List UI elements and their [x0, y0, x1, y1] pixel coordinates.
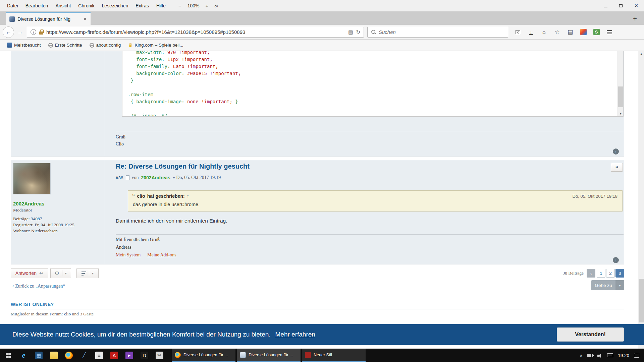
edge-icon[interactable]: e	[16, 349, 31, 362]
post-title-link[interactable]: Re: Diverse Lösungen für Nightly gesucht	[116, 163, 250, 170]
search-input[interactable]	[379, 29, 504, 35]
bookmark-item-1[interactable]: Erste Schritte	[45, 42, 85, 49]
post-number-link[interactable]: #38	[116, 175, 123, 180]
restore-button[interactable]	[613, 0, 629, 11]
acrobat-icon[interactable]: A	[107, 349, 122, 362]
taskbar-window[interactable]: Diverse Lösungen für ...	[237, 349, 301, 362]
page-button-3[interactable]: 3	[615, 269, 624, 278]
downloads-button[interactable]: ↓	[526, 27, 536, 37]
site-info-icon[interactable]: i	[31, 29, 36, 35]
back-to-top-button[interactable]: ↑	[613, 257, 619, 263]
up-arrow-icon: ↑	[615, 258, 617, 262]
profile-username[interactable]: 2002Andreas	[13, 201, 44, 206]
bookmark-label: Erste Schritte	[55, 43, 82, 48]
bookmark-label: King.com – Spiele beli...	[135, 43, 183, 48]
d-app-icon[interactable]: D	[137, 349, 152, 362]
menu-ansicht[interactable]: Ansicht	[52, 3, 74, 8]
taskbar-clock[interactable]: 19:20	[618, 353, 629, 358]
zoom-out-button[interactable]: −	[177, 3, 182, 9]
reply-label: Antworten	[15, 270, 37, 276]
notepad-icon[interactable]: ≡	[92, 349, 107, 362]
url-text[interactable]: https://www.camp-firefox.de/forum/viewto…	[46, 29, 345, 35]
posts-count-link[interactable]: 34087	[31, 216, 42, 221]
main-menu-button[interactable]	[604, 27, 614, 37]
keyboard-icon[interactable]	[607, 353, 613, 357]
page-button-2[interactable]: 2	[606, 269, 615, 278]
zoom-in-button[interactable]: +	[204, 3, 209, 9]
zoom-level[interactable]: 100%	[187, 3, 200, 8]
firefox-icon[interactable]	[61, 349, 76, 362]
topic-tools-button[interactable]: ⚙ ▾	[50, 268, 71, 278]
action-center-icon[interactable]	[634, 353, 639, 358]
back-icon: ←	[5, 28, 11, 36]
tab-diverse-loesungen[interactable]: Diverse Lösungen für Nig ×	[6, 12, 91, 25]
glasses-icon[interactable]: ∞	[214, 3, 218, 9]
my-addons-link[interactable]: Meine Add-ons	[147, 252, 176, 258]
menu-lesezeichen[interactable]: Lesezeichen	[98, 3, 132, 8]
code-scrollbar[interactable]: ▼	[618, 51, 623, 116]
star-icon: ☆	[554, 28, 559, 36]
new-tab-button[interactable]: +	[629, 13, 641, 25]
screenshot-button[interactable]	[513, 27, 523, 37]
library-button[interactable]: ▤	[565, 27, 575, 37]
jump-to-button[interactable]: Gehe zu ▾	[591, 280, 624, 290]
reply-button[interactable]: Antworten ↩	[11, 268, 48, 278]
media-player-icon[interactable]: ▸	[122, 349, 137, 362]
scroll-down-icon[interactable]: ▼	[618, 111, 624, 116]
author-link[interactable]: 2002Andreas	[141, 175, 170, 180]
page-scrollbar[interactable]: ▲	[638, 51, 644, 349]
volume-icon[interactable]	[597, 353, 602, 358]
extension-button[interactable]	[578, 27, 588, 37]
tab-close-icon[interactable]: ×	[83, 16, 87, 22]
home-button[interactable]: ⌂	[539, 27, 549, 37]
accept-cookies-button[interactable]: Verstanden!	[557, 327, 624, 342]
snipping-tool-icon[interactable]: ✂	[152, 349, 167, 362]
signature-line: Andreas	[116, 245, 131, 250]
close-window-button[interactable]: ×	[629, 0, 644, 11]
back-to-forum-link[interactable]: ‹ Zurück zu „Anpassungen“	[12, 284, 65, 289]
cookie-banner: Diese Website nutzt Cookies, um dir den …	[0, 324, 644, 345]
learn-more-link[interactable]: Mehr erfahren	[275, 331, 315, 338]
start-button[interactable]	[0, 349, 16, 362]
code-line: max-width: 970 !important;	[128, 51, 614, 56]
back-to-top-button[interactable]: ↑	[613, 148, 619, 155]
tab-bar: Diverse Lösungen für Nig × +	[0, 11, 644, 25]
menu-extras[interactable]: Extras	[132, 3, 153, 8]
code-scrollbar-thumb[interactable]	[618, 86, 623, 107]
bookmark-item-0[interactable]: Meistbesucht	[4, 42, 44, 49]
reader-mode-icon[interactable]: ▤	[348, 29, 353, 35]
bookmark-item-3[interactable]: ♛King.com – Spiele beli...	[125, 42, 186, 49]
quote-post-button[interactable]: “	[611, 163, 623, 172]
member-clio-link[interactable]: clio	[64, 311, 71, 316]
lock-icon[interactable]	[39, 32, 43, 35]
cookie-text: Diese Website nutzt Cookies, um dir den …	[12, 331, 271, 338]
battery-icon[interactable]	[587, 354, 593, 357]
forward-button[interactable]: →	[15, 26, 25, 38]
search-box[interactable]	[367, 27, 508, 38]
bookmark-item-2[interactable]: about:config	[87, 42, 124, 49]
sort-options-button[interactable]: ▾	[76, 268, 99, 278]
pen-icon[interactable]: ╱	[76, 349, 92, 362]
quote-jump-link[interactable]: ↑	[187, 193, 189, 199]
url-bar[interactable]: i https://www.camp-firefox.de/forum/view…	[27, 27, 364, 38]
back-button[interactable]: ←	[3, 26, 14, 38]
scrollbar-thumb[interactable]	[639, 279, 644, 322]
menu-hilfe[interactable]: Hilfe	[153, 3, 169, 8]
reload-icon[interactable]: ↻	[356, 29, 360, 35]
stylish-button[interactable]: S	[591, 27, 601, 37]
page-button-1[interactable]: 1	[597, 269, 605, 278]
scroll-up-icon[interactable]: ▲	[638, 51, 644, 57]
registered-value: Fr, 04. Jul 2008 19:25	[35, 222, 74, 227]
tray-chevron-icon[interactable]: ∧	[580, 353, 582, 358]
file-explorer-icon[interactable]	[46, 349, 61, 362]
menu-bearbeiten[interactable]: Bearbeiten	[22, 3, 52, 8]
bookmark-button[interactable]: ☆	[552, 27, 562, 37]
photos-icon[interactable]: ▦	[31, 349, 46, 362]
my-system-link[interactable]: Mein System	[116, 252, 141, 258]
taskbar-window[interactable]: Neuer Stil	[302, 349, 366, 362]
menu-datei[interactable]: Datei	[3, 3, 22, 8]
previous-page-button[interactable]: ‹	[587, 269, 595, 278]
menu-chronik[interactable]: Chronik	[74, 3, 98, 8]
taskbar-window[interactable]: Diverse Lösungen für ...	[172, 349, 235, 362]
minimize-button[interactable]	[598, 0, 613, 11]
